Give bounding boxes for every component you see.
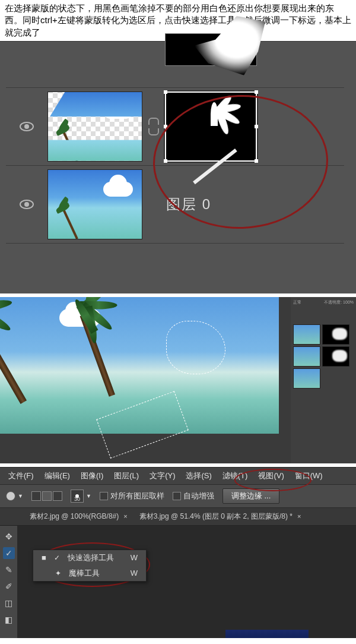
- menu-file[interactable]: 文件(F): [8, 471, 34, 481]
- layer-mask-thumbnail-selected[interactable]: [165, 91, 257, 162]
- document-tab[interactable]: 素材3.jpg @ 51.4% (图层 0 副本 2, 图层蒙版/8) *×: [139, 512, 301, 522]
- selection-add-icon[interactable]: [42, 491, 52, 501]
- layer-mask-thumbnail[interactable]: [165, 33, 257, 66]
- visibility-eye-icon[interactable]: [20, 122, 34, 131]
- sample-all-layers-label: 对所有图层取样: [110, 491, 164, 501]
- close-icon[interactable]: ×: [123, 513, 127, 520]
- quick-select-tool-icon[interactable]: ✓: [3, 547, 15, 559]
- quick-select-icon: ✓: [52, 553, 62, 563]
- mini-layer-thumb[interactable]: [293, 368, 320, 389]
- blend-mode-label[interactable]: 正常: [293, 299, 301, 311]
- options-bar: ▼ 30 ▼ 对所有图层取样 自动增强 调整边缘 ...: [0, 485, 356, 508]
- auto-enhance-label: 自动增强: [183, 491, 214, 501]
- document-canvas[interactable]: [18, 526, 356, 638]
- visibility-eye-icon[interactable]: [20, 200, 34, 209]
- move-tool-icon[interactable]: ✥: [3, 531, 15, 542]
- menu-select[interactable]: 选择(S): [186, 471, 211, 481]
- refine-edge-button[interactable]: 调整边缘 ...: [223, 488, 279, 504]
- magic-wand-tool-item[interactable]: ✦ 魔棒工具 W: [33, 566, 146, 581]
- mini-layer-thumb[interactable]: [293, 346, 320, 367]
- selection-marquee: [96, 391, 188, 459]
- opacity-label[interactable]: 不透明度: 100%: [324, 299, 354, 311]
- tool-icon[interactable]: ◧: [3, 614, 15, 626]
- mini-layer-thumb[interactable]: [293, 324, 320, 345]
- selection-subtract-icon[interactable]: [53, 491, 62, 501]
- mini-layers-panel: 正常 不透明度: 100%: [291, 297, 356, 463]
- brush-tool-icon[interactable]: ✐: [3, 580, 15, 592]
- document-tab[interactable]: 素材2.jpg @ 100%(RGB/8#)×: [30, 512, 128, 522]
- mini-mask-thumb[interactable]: [322, 346, 349, 367]
- menu-toolbar-screenshot: 文件(F) 编辑(E) 图像(I) 图层(L) 文字(Y) 选择(S) 滤镜(T…: [0, 467, 356, 638]
- tool-flyout-menu: ■ ✓ 快速选择工具 W ✦ 魔棒工具 W: [33, 550, 147, 582]
- tool-box: ✥ ✓ ✎ ✐ ◫ ◧: [0, 526, 18, 638]
- mini-mask-thumb[interactable]: [322, 324, 349, 345]
- link-layer-mask-icon[interactable]: [148, 118, 159, 135]
- close-icon[interactable]: ×: [297, 513, 301, 520]
- layer-thumbnail[interactable]: [47, 169, 142, 239]
- menu-view[interactable]: 视图(V): [258, 471, 284, 481]
- menu-type[interactable]: 文字(Y): [150, 471, 175, 481]
- sample-all-layers-checkbox[interactable]: [100, 492, 108, 500]
- main-menu-bar: 文件(F) 编辑(E) 图像(I) 图层(L) 文字(Y) 选择(S) 滤镜(T…: [0, 468, 356, 485]
- document-tabs: 素材2.jpg @ 100%(RGB/8#)× 素材3.jpg @ 51.4% …: [0, 508, 356, 526]
- canvas-screenshot: 正常 不透明度: 100%: [0, 297, 356, 463]
- crop-tool-icon[interactable]: ◫: [3, 597, 15, 609]
- auto-enhance-checkbox[interactable]: [173, 492, 181, 500]
- selection-marquee: [166, 321, 225, 374]
- menu-edit[interactable]: 编辑(E): [44, 471, 70, 481]
- selection-new-icon[interactable]: [31, 491, 41, 501]
- quick-select-tool-item[interactable]: ■ ✓ 快速选择工具 W: [33, 550, 146, 566]
- layers-panel-screenshot: 图层 0: [0, 41, 356, 293]
- brush-size-picker[interactable]: 30: [71, 490, 84, 503]
- layer-name-label[interactable]: 图层 0: [166, 195, 211, 214]
- main-canvas[interactable]: [0, 297, 291, 463]
- chevron-down-icon[interactable]: ▼: [18, 493, 23, 499]
- chevron-down-icon[interactable]: ▼: [86, 493, 91, 499]
- eyedropper-tool-icon[interactable]: ✎: [3, 564, 15, 576]
- magic-wand-icon: ✦: [53, 569, 63, 578]
- menu-layer[interactable]: 图层(L): [114, 471, 139, 481]
- menu-filter[interactable]: 滤镜(T): [223, 471, 248, 481]
- tool-preset-icon[interactable]: [6, 491, 15, 501]
- menu-window[interactable]: 窗口(W): [295, 471, 323, 481]
- layer-thumbnail[interactable]: [47, 91, 142, 162]
- menu-image[interactable]: 图像(I): [81, 471, 103, 481]
